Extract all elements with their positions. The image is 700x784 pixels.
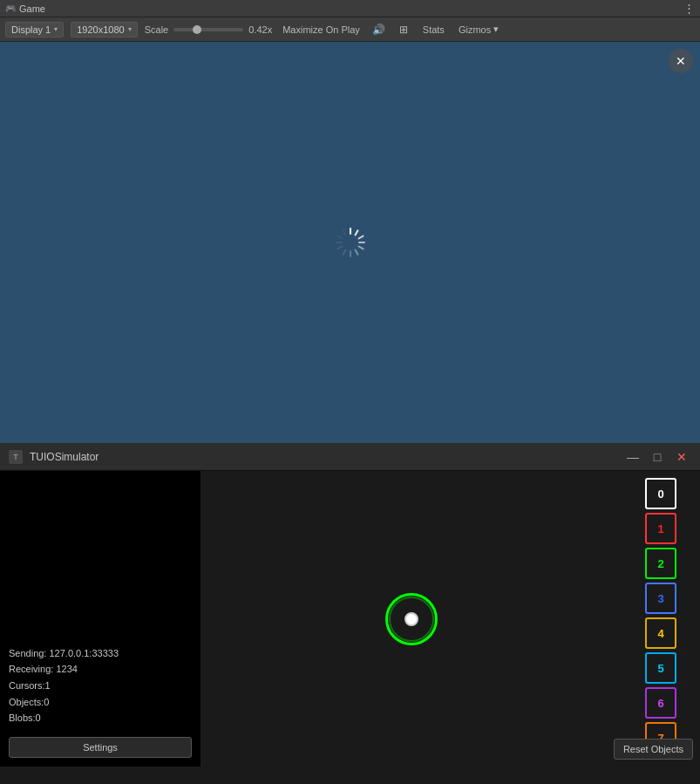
loading-spinner	[333, 225, 368, 260]
gizmos-arrow: ▾	[493, 24, 499, 35]
tuio-blobs: Blobs:0	[9, 710, 192, 726]
tuio-num-btn-0[interactable]: 0	[645, 478, 676, 509]
tuio-num-btn-1[interactable]: 1	[645, 513, 676, 544]
tuio-maximize-icon: □	[654, 450, 661, 464]
tuio-titlebar: T TUIOSimulator — □ ✕	[0, 443, 700, 471]
tuio-left-panel: Sending: 127.0.0.1:33333 Receiving: 1234…	[0, 471, 200, 767]
reset-objects-label: Reset Objects	[623, 744, 683, 754]
tuio-receiving: Receiving: 1234	[9, 661, 192, 678]
scale-value: 0.42x	[248, 24, 272, 35]
resolution-label: 1920x1080	[77, 24, 124, 35]
resolution-arrow: ▾	[128, 25, 132, 33]
svg-line-4	[358, 247, 363, 249]
scale-container: Scale 0.42x	[145, 24, 272, 35]
tuio-num-btn-2[interactable]: 2	[645, 548, 676, 579]
tuio-minimize-icon: —	[627, 450, 639, 464]
svg-line-10	[337, 236, 342, 239]
svg-line-11	[343, 230, 345, 235]
svg-line-1	[355, 230, 357, 235]
display-label: Display 1	[11, 24, 51, 35]
tuio-icon-label: T	[13, 453, 18, 461]
tuio-content: Sending: 127.0.0.1:33333 Receiving: 1234…	[0, 471, 700, 767]
tuio-sending: Sending: 127.0.0.1:33333	[9, 645, 192, 662]
settings-button[interactable]: Settings	[9, 737, 192, 758]
touch-inner-ring	[389, 597, 434, 642]
svg-line-2	[358, 236, 363, 239]
svg-line-5	[355, 250, 357, 255]
game-view[interactable]: ✕	[0, 42, 700, 443]
tuio-num-btn-5[interactable]: 5	[645, 652, 676, 684]
three-dots-top[interactable]: ⋮	[683, 2, 695, 15]
game-tab-label[interactable]: Game	[19, 3, 45, 14]
resolution-dropdown[interactable]: 1920x1080 ▾	[71, 22, 137, 37]
touch-point	[385, 593, 438, 645]
settings-label: Settings	[83, 742, 118, 753]
tuio-touch-area[interactable]	[200, 471, 622, 767]
game-icon: 🎮	[5, 3, 16, 13]
tuio-title: TUIOSimulator	[30, 451, 623, 463]
tuio-objects: Objects:0	[9, 694, 192, 711]
tuio-num-btn-3[interactable]: 3	[645, 583, 676, 614]
display-dropdown[interactable]: Display 1 ▾	[5, 22, 64, 37]
scale-slider-thumb	[193, 25, 201, 34]
svg-line-8	[337, 247, 342, 249]
unity-game-topbar: 🎮 Game ⋮	[0, 0, 700, 17]
tuio-status: Sending: 127.0.0.1:33333 Receiving: 1234…	[9, 645, 192, 726]
tuio-window: T TUIOSimulator — □ ✕ Sending: 127.0.0.1…	[0, 443, 700, 767]
gizmos-dropdown[interactable]: Gizmos ▾	[455, 22, 502, 37]
game-toolbar: Display 1 ▾ 1920x1080 ▾ Scale 0.42x Maxi…	[0, 17, 700, 42]
close-overlay-btn[interactable]: ✕	[669, 49, 693, 73]
tuio-maximize-btn[interactable]: □	[648, 447, 667, 467]
tuio-cursors: Cursors:1	[9, 678, 192, 694]
stats-btn[interactable]: Stats	[419, 23, 448, 37]
close-overlay-icon: ✕	[676, 54, 686, 68]
tuio-app-icon: T	[9, 450, 23, 464]
svg-line-7	[343, 250, 345, 255]
gizmos-label: Gizmos	[459, 24, 491, 35]
display-arrow: ▾	[54, 25, 58, 33]
tuio-close-btn[interactable]: ✕	[672, 447, 691, 467]
audio-icon[interactable]: 🔊	[370, 21, 388, 38]
tuio-controls: — □ ✕	[623, 447, 691, 467]
tuio-right-panel: 01234567	[622, 471, 700, 767]
grid-icon[interactable]: ⊞	[395, 21, 412, 38]
tuio-close-icon: ✕	[676, 450, 687, 464]
scale-slider[interactable]	[173, 28, 243, 31]
reset-objects-button[interactable]: Reset Objects	[614, 739, 693, 760]
scale-label: Scale	[145, 24, 169, 35]
tuio-num-btn-4[interactable]: 4	[645, 617, 676, 649]
tuio-minimize-btn[interactable]: —	[623, 447, 642, 467]
maximize-on-play[interactable]: Maximize On Play	[279, 23, 364, 37]
tuio-num-btn-6[interactable]: 6	[645, 687, 676, 719]
